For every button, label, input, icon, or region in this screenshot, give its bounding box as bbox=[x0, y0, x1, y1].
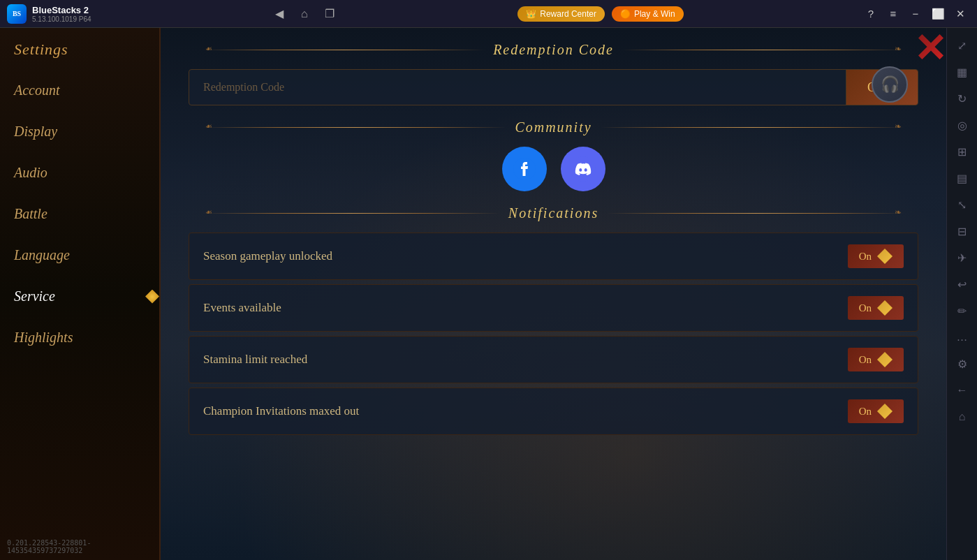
sidebar-item-audio[interactable]: Audio bbox=[0, 152, 159, 193]
sidebar-title: Settings bbox=[0, 35, 159, 70]
rs-screen-button[interactable]: ▦ bbox=[950, 60, 974, 84]
section-line-left bbox=[203, 127, 506, 128]
rs-refresh-button[interactable]: ↻ bbox=[950, 87, 974, 110]
redemption-section-header: Redemption Code bbox=[175, 42, 932, 58]
app-info: BlueStacks 2 5.13.100.1019 P64 bbox=[32, 5, 91, 23]
sidebar-item-label: Service bbox=[14, 288, 55, 304]
rs-expand-button[interactable]: ⤢ bbox=[950, 34, 974, 57]
rs-grid-button[interactable]: ⊞ bbox=[950, 140, 974, 163]
app-logo: BS bbox=[7, 4, 27, 24]
topbar-center: 👑 Reward Center 🟠 Play & Win bbox=[517, 6, 683, 22]
close-x-icon bbox=[918, 34, 943, 59]
menu-button[interactable]: ≡ bbox=[883, 4, 903, 24]
sidebar: Settings Account Display Audio Battle La… bbox=[0, 28, 161, 560]
play-win-icon: 🟠 bbox=[620, 9, 631, 19]
toggle-bg-events: On bbox=[848, 296, 904, 320]
sidebar-item-label: Battle bbox=[14, 206, 47, 221]
topbar-close-button[interactable]: ✕ bbox=[950, 4, 970, 24]
toggle-label-season: On bbox=[859, 251, 872, 263]
sidebar-item-service[interactable]: Service bbox=[0, 276, 159, 317]
notif-row-events: Events available On bbox=[189, 284, 918, 332]
notif-row-season: Season gameplay unlocked On bbox=[189, 233, 918, 280]
help-button[interactable]: ? bbox=[861, 4, 881, 24]
topbar: BS BlueStacks 2 5.13.100.1019 P64 ◀ ⌂ ❐ … bbox=[0, 0, 977, 28]
toggle-bg-season: On bbox=[848, 244, 904, 268]
rs-back-button[interactable]: ↩ bbox=[950, 272, 974, 296]
home-button[interactable]: ⌂ bbox=[294, 3, 315, 24]
rs-location-button[interactable]: ◎ bbox=[950, 113, 974, 137]
rs-arrow-left-button[interactable]: ← bbox=[950, 378, 974, 402]
sidebar-item-account[interactable]: Account bbox=[0, 70, 159, 111]
discord-icon bbox=[571, 156, 596, 182]
notif-row-champion: Champion Invitations maxed out On bbox=[189, 388, 918, 435]
reward-icon: 👑 bbox=[526, 9, 536, 19]
notif-toggle-stamina[interactable]: On bbox=[848, 348, 904, 371]
toggle-diamond-season bbox=[877, 249, 892, 264]
sidebar-item-label: Highlights bbox=[14, 330, 73, 345]
redemption-section-title: Redemption Code bbox=[493, 42, 614, 58]
toggle-diamond-events bbox=[877, 300, 892, 316]
community-icons bbox=[175, 147, 932, 191]
notif-row-stamina: Stamina limit reached On bbox=[189, 336, 918, 383]
game-area: 🎧 Redemption Code Go ▶ bbox=[161, 28, 946, 560]
minimize-button[interactable]: − bbox=[906, 4, 925, 24]
toggle-label-champion: On bbox=[859, 406, 872, 418]
play-win-button[interactable]: 🟠 Play & Win bbox=[612, 6, 684, 22]
notif-toggle-events[interactable]: On bbox=[848, 296, 904, 320]
settings-close-button[interactable] bbox=[916, 31, 946, 62]
rs-more-button[interactable]: … bbox=[950, 325, 974, 349]
settings-panel: Redemption Code Go ▶ Community bbox=[175, 35, 932, 553]
rs-plane-button[interactable]: ✈ bbox=[950, 246, 974, 270]
windows-button[interactable]: ❐ bbox=[319, 3, 340, 24]
sidebar-item-label: Display bbox=[14, 124, 57, 139]
sidebar-item-label: Language bbox=[14, 247, 70, 263]
notif-toggle-season[interactable]: On bbox=[848, 244, 904, 268]
facebook-button[interactable] bbox=[502, 147, 547, 191]
back-button[interactable]: ◀ bbox=[269, 3, 290, 24]
restore-button[interactable]: ⬜ bbox=[928, 4, 948, 24]
topbar-left: BS BlueStacks 2 5.13.100.1019 P64 bbox=[7, 4, 91, 24]
sidebar-item-battle[interactable]: Battle bbox=[0, 193, 159, 235]
app-name: BlueStacks 2 bbox=[32, 5, 91, 15]
community-section-header: Community bbox=[175, 119, 932, 135]
toggle-label-events: On bbox=[859, 302, 872, 314]
section-line-left bbox=[203, 50, 485, 50]
rs-resize-button[interactable]: ⤡ bbox=[950, 193, 974, 216]
reward-center-label: Reward Center bbox=[540, 9, 596, 19]
toggle-bg-champion: On bbox=[848, 399, 904, 423]
rs-brush-button[interactable]: ✏ bbox=[950, 299, 974, 323]
sidebar-item-highlights[interactable]: Highlights bbox=[0, 317, 159, 358]
redemption-code-input[interactable] bbox=[189, 70, 846, 105]
sidebar-item-display[interactable]: Display bbox=[0, 111, 159, 152]
community-section-title: Community bbox=[515, 119, 592, 135]
notif-label-champion: Champion Invitations maxed out bbox=[203, 404, 359, 418]
sidebar-bottom-text: 0.201.228543-228801-145354359737297032 bbox=[7, 539, 159, 554]
rs-chart-button[interactable]: ▤ bbox=[950, 166, 974, 190]
toggle-label-stamina: On bbox=[859, 354, 872, 366]
section-line-right bbox=[607, 213, 904, 214]
rs-gear-button[interactable]: ⚙ bbox=[950, 352, 974, 376]
play-win-label: Play & Win bbox=[634, 9, 675, 19]
section-line-right bbox=[622, 50, 904, 50]
notifications-section-header: Notifications bbox=[175, 205, 932, 221]
notif-toggle-champion[interactable]: On bbox=[848, 399, 904, 423]
app-version: 5.13.100.1019 P64 bbox=[32, 15, 91, 23]
sidebar-item-label: Audio bbox=[14, 165, 47, 180]
right-sidebar: ⤢ ▦ ↻ ◎ ⊞ ▤ ⤡ ⊟ ✈ ↩ ✏ … ⚙ ← ⌂ bbox=[946, 28, 977, 560]
sidebar-item-label: Account bbox=[14, 82, 60, 98]
reward-center-button[interactable]: 👑 Reward Center bbox=[517, 6, 605, 22]
notif-label-events: Events available bbox=[203, 301, 281, 315]
headset-button[interactable]: 🎧 bbox=[872, 66, 908, 103]
notif-label-stamina: Stamina limit reached bbox=[203, 353, 307, 367]
app-logo-text: BS bbox=[13, 10, 21, 17]
rs-home-button[interactable]: ⌂ bbox=[950, 405, 974, 429]
toggle-diamond-champion bbox=[877, 404, 892, 419]
topbar-right: ? ≡ − ⬜ ✕ bbox=[861, 4, 970, 24]
discord-button[interactable] bbox=[561, 147, 605, 191]
toggle-diamond-stamina bbox=[877, 352, 892, 367]
notifications-section-title: Notifications bbox=[508, 205, 598, 221]
rs-folder-button[interactable]: ⊟ bbox=[950, 219, 974, 243]
redemption-row: Go ▶ bbox=[189, 69, 918, 105]
facebook-icon bbox=[513, 158, 536, 180]
sidebar-item-language[interactable]: Language bbox=[0, 235, 159, 276]
